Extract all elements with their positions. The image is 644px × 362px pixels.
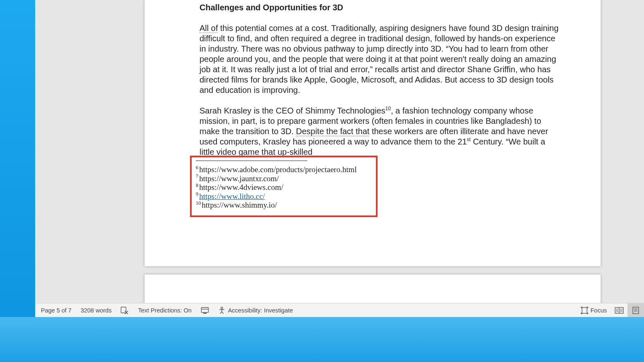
footnote-number: 6	[196, 165, 199, 170]
footnote-row[interactable]: 8https://www.4dviews.com/	[196, 183, 372, 192]
grammar-underline[interactable]: All of	[200, 24, 218, 33]
status-bar: Page 5 of 7 3208 words Text Predictions:…	[35, 303, 644, 317]
footnote-reference[interactable]: 10	[385, 106, 391, 111]
svg-rect-5	[582, 308, 587, 313]
footnote-row[interactable]: 10https://www.shimmy.io/	[196, 201, 372, 210]
footnote-number: 10	[196, 200, 202, 206]
body-paragraph-2[interactable]: Sarah Krasley is the CEO of Shimmy Techn…	[200, 106, 561, 157]
accessibility-status[interactable]: Accessibility: Investigate	[218, 307, 293, 314]
display-settings-icon[interactable]	[201, 307, 209, 314]
svg-rect-0	[121, 307, 126, 313]
document-page[interactable]: Challenges and Opportunities for 3D All …	[145, 0, 601, 266]
page-number-status[interactable]: Page 5 of 7	[41, 307, 71, 314]
footnote-hyperlink[interactable]: https://www.litho.cc/	[199, 192, 265, 201]
svg-rect-14	[633, 307, 639, 314]
text-predictions-status[interactable]: Text Predictions: On	[138, 307, 192, 314]
read-mode-button[interactable]	[611, 303, 627, 317]
footnote-text[interactable]: https://www.jauntxr.com/	[199, 174, 279, 183]
spelling-check-icon[interactable]	[121, 307, 129, 314]
svg-point-4	[221, 307, 223, 309]
section-heading[interactable]: Challenges and Opportunities for 3D	[200, 2, 561, 13]
footnote-row[interactable]: 6https://www.adobe.com/products/projecta…	[196, 165, 372, 174]
document-next-page[interactable]	[145, 274, 601, 303]
footnote-row[interactable]: 9https://www.litho.cc/	[196, 192, 372, 201]
accessibility-label: Accessibility: Investigate	[228, 307, 293, 314]
footnote-text[interactable]: https://www.adobe.com/products/projectae…	[199, 165, 356, 174]
svg-rect-1	[201, 308, 208, 312]
focus-mode-button[interactable]: Focus	[577, 303, 611, 317]
footnote-separator	[196, 161, 307, 161]
focus-label: Focus	[591, 307, 607, 314]
footnotes-highlight-box[interactable]: 6https://www.adobe.com/products/projecta…	[190, 156, 378, 217]
footnote-number: 8	[196, 182, 199, 188]
footnote-row[interactable]: 7https://www.jauntxr.com/	[196, 174, 372, 183]
status-left-group: Page 5 of 7 3208 words Text Predictions:…	[35, 307, 293, 314]
paragraph-text: this potential comes at a cost. Traditio…	[200, 24, 558, 95]
footnote-number: 9	[196, 191, 199, 197]
status-right-group: Focus	[577, 303, 644, 317]
document-workspace[interactable]: Challenges and Opportunities for 3D All …	[35, 0, 644, 303]
body-paragraph-1[interactable]: All of this potential comes at a cost. T…	[200, 23, 561, 95]
word-window: Challenges and Opportunities for 3D All …	[35, 0, 644, 317]
word-count-status[interactable]: 3208 words	[81, 307, 112, 314]
print-layout-button[interactable]	[627, 303, 644, 317]
svg-rect-3	[203, 313, 207, 314]
desktop-background-left	[0, 0, 35, 362]
footnote-number: 7	[196, 173, 199, 179]
footnote-text[interactable]: https://www.4dviews.com/	[199, 183, 283, 192]
page-content: Challenges and Opportunities for 3D All …	[200, 2, 561, 168]
grammar-underline[interactable]: Despite the fact that	[296, 127, 369, 136]
desktop-background-bottom	[0, 317, 644, 362]
paragraph-text: Sarah Krasley is the CEO of Shimmy Techn…	[200, 106, 385, 115]
footnote-text[interactable]: https://www.shimmy.io/	[202, 201, 277, 209]
ordinal-superscript: st	[467, 137, 471, 142]
